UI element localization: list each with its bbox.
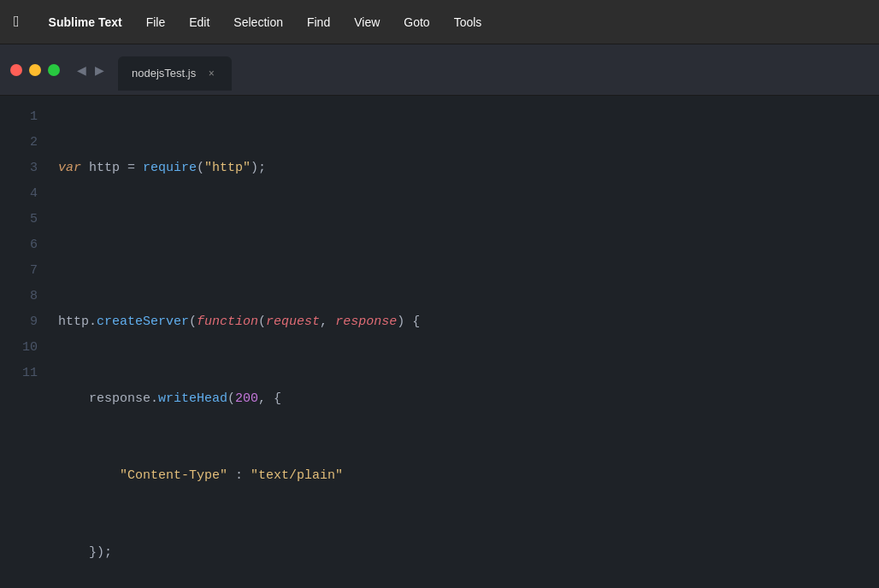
code-line-3: http.createServer(function(request, resp…: [58, 309, 879, 335]
nav-arrows: ◀ ▶: [74, 62, 108, 79]
tab-filename: nodejsTest.js: [132, 67, 196, 79]
code-line-6: });: [58, 540, 879, 566]
file-tab[interactable]: nodejsTest.js ×: [118, 56, 232, 91]
line-number: 9: [30, 315, 38, 329]
line-number: 10: [22, 340, 38, 355]
menu-tools[interactable]: Tools: [452, 12, 484, 32]
menu-edit[interactable]: Edit: [187, 12, 211, 32]
apple-logo-icon: : [14, 13, 20, 31]
menu-bar:  Sublime Text File Edit Selection Find …: [0, 0, 879, 44]
menu-sublime-text[interactable]: Sublime Text: [47, 12, 124, 32]
line-number: 7: [30, 263, 38, 278]
line-number: 8: [30, 289, 38, 303]
nav-prev-icon[interactable]: ◀: [74, 62, 90, 79]
code-line-2: [58, 232, 879, 258]
line-number: 11: [22, 366, 38, 380]
line-number: 3: [30, 161, 38, 175]
menu-file[interactable]: File: [145, 12, 168, 32]
menu-find[interactable]: Find: [305, 12, 332, 32]
menu-view[interactable]: View: [352, 12, 381, 32]
menu-selection[interactable]: Selection: [232, 12, 285, 32]
menu-goto[interactable]: Goto: [402, 12, 431, 32]
code-line-4: response.writeHead(200, {: [58, 386, 879, 412]
nav-next-icon[interactable]: ▶: [91, 62, 108, 79]
title-bar: ◀ ▶ nodejsTest.js ×: [0, 44, 879, 96]
minimize-button[interactable]: [29, 64, 41, 76]
code-line-5: "Content-Type" : "text/plain": [58, 463, 879, 489]
close-button[interactable]: [10, 64, 22, 76]
line-number: 5: [30, 212, 38, 226]
line-number: 1: [30, 109, 38, 124]
code-editor: 1 2 3 4 5 6 7 8 9 10 11 var http = requi…: [0, 96, 879, 588]
line-numbers: 1 2 3 4 5 6 7 8 9 10 11: [0, 96, 51, 588]
traffic-lights: [10, 64, 60, 76]
tab-close-button[interactable]: ×: [204, 67, 218, 80]
code-content[interactable]: var http = require("http"); http.createS…: [51, 96, 879, 588]
code-line-1: var http = require("http");: [58, 156, 879, 181]
line-number: 6: [30, 238, 38, 252]
line-number: 4: [30, 186, 38, 201]
maximize-button[interactable]: [48, 64, 60, 76]
line-number: 2: [30, 135, 38, 150]
